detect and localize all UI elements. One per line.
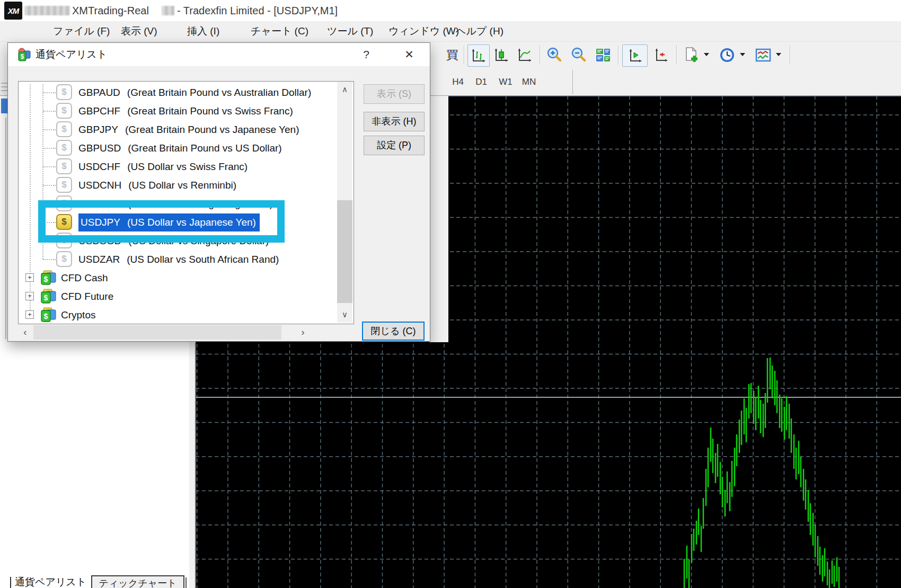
symbol-row-gbpaud[interactable]: $GBPAUD(Great Britain Pound vs Australia…	[19, 83, 352, 102]
templates-button[interactable]	[753, 44, 774, 66]
toolbar-separator	[676, 46, 677, 65]
bar-chart-icon	[471, 48, 487, 64]
periods-dropdown-arrow[interactable]	[740, 53, 745, 56]
menu-item-4[interactable]: チャート (C)	[251, 21, 308, 41]
bar-chart-button[interactable]	[467, 44, 490, 67]
menu-item-7[interactable]: ヘルプ (H)	[456, 21, 504, 41]
tree-expand-button[interactable]: +	[25, 292, 34, 300]
symbol-icon: $	[56, 140, 72, 156]
auto-scroll-button[interactable]	[622, 44, 648, 67]
menu-item-6[interactable]: ウィンドウ (W)	[388, 21, 459, 41]
tree-stub	[43, 166, 56, 167]
indicators-icon	[683, 47, 700, 64]
tree-stub	[43, 185, 56, 186]
panel-chart-divider-line	[195, 343, 196, 588]
symbol-label: GBPUSD(Great Britain Pound vs US Dollar)	[78, 139, 282, 157]
censored-account-suffix	[162, 6, 174, 15]
svg-text:$: $	[21, 53, 24, 60]
symbols-dialog: $ 通貨ペアリスト ? ✕ $GBPAUD(Great Britain Poun…	[7, 42, 430, 342]
menu-item-1[interactable]: ファイル (F)	[53, 21, 110, 41]
symbol-row-usdchf[interactable]: $USDCHF(US Dollar vs Swiss Franc)	[19, 157, 352, 176]
zoom-in-button[interactable]	[544, 44, 565, 66]
tile-windows-button[interactable]	[593, 44, 614, 66]
symbol-label: USDCHF(US Dollar vs Swiss Franc)	[78, 157, 248, 176]
timeframe-separator	[572, 70, 573, 94]
tree-stub	[43, 259, 56, 260]
symbol-row-usdzar[interactable]: $USDZAR(US Dollar vs South African Rand)	[19, 250, 352, 269]
templates-dropdown-arrow[interactable]	[776, 53, 781, 56]
timeframe-h4[interactable]: H4	[448, 72, 467, 92]
symbol-label: USDZAR(US Dollar vs South African Rand)	[78, 250, 279, 269]
market-watch-row-sliver	[1, 90, 7, 91]
new-order-button[interactable]: 買	[447, 44, 458, 66]
symbol-label: GBPCHF(Great Britain Pound vs Swiss Fran…	[78, 102, 293, 120]
tree-expand-button[interactable]: +	[25, 310, 34, 319]
periods-clock-icon	[719, 47, 736, 64]
symbol-row-usdcnh[interactable]: $USDCNH(US Dollar vs Renminbi)	[19, 176, 352, 194]
symbol-row-cryptos[interactable]: +$Cryptos	[19, 306, 352, 324]
market-watch-row-sliver	[1, 83, 7, 84]
auto-scroll-icon	[626, 47, 643, 64]
symbol-row-gbpchf[interactable]: $GBPCHF(Great Britain Pound vs Swiss Fra…	[19, 102, 352, 120]
svg-text:$: $	[44, 275, 48, 283]
symbols-dialog-icon: $	[17, 48, 32, 61]
scroll-down-arrow[interactable]: ∨	[337, 307, 352, 322]
scrollbar-thumb[interactable]	[33, 325, 281, 340]
censored-account-number	[24, 6, 70, 15]
hide-button[interactable]: 非表示 (H)	[364, 112, 425, 131]
close-button[interactable]: 閉じる (C)	[362, 322, 425, 341]
svg-text:$: $	[44, 312, 48, 320]
chart-shift-button[interactable]	[649, 44, 673, 66]
scroll-up-arrow[interactable]: ∧	[337, 82, 352, 97]
scroll-left-arrow[interactable]: ‹	[18, 325, 32, 340]
zoom-out-button[interactable]	[568, 44, 589, 66]
menu-item-2[interactable]: 表示 (V)	[121, 21, 157, 41]
list-vertical-scrollbar[interactable]: ∧ ∨	[337, 82, 352, 323]
chart-left-margin	[429, 96, 448, 342]
indicators-dropdown-arrow[interactable]	[704, 53, 709, 56]
symbol-icon: $	[56, 103, 72, 119]
symbol-icon: $	[56, 158, 72, 174]
tree-stub	[43, 92, 56, 93]
toolbar-separator	[464, 46, 465, 65]
symbol-label: USDCNH(US Dollar vs Renminbi)	[78, 176, 236, 194]
market-watch-selected-row-sliver	[1, 99, 7, 113]
symbol-row-gbpjpy[interactable]: $GBPJPY(Great Britain Pound vs Japanese …	[19, 120, 352, 139]
menu-item-5[interactable]: ツール (T)	[327, 21, 373, 41]
line-chart-icon	[517, 47, 533, 63]
zoom-in-icon	[546, 47, 563, 64]
scrollbar-thumb[interactable]	[337, 200, 352, 303]
dialog-close-icon[interactable]: ✕	[400, 43, 419, 66]
dialog-title: 通貨ペアリスト	[36, 43, 107, 66]
symbol-row-cfd-future[interactable]: +$CFD Future	[19, 287, 352, 306]
tree-stub	[43, 129, 56, 130]
active-tab-marker	[10, 577, 11, 588]
show-button: 表示 (S)	[364, 84, 425, 104]
menu-item-3[interactable]: 挿入 (I)	[187, 21, 219, 41]
indicators-button[interactable]	[681, 44, 702, 66]
timeframe-mn[interactable]: MN	[519, 72, 538, 92]
line-chart-button[interactable]	[514, 44, 535, 66]
group-label: Cryptos	[61, 306, 95, 324]
symbol-row-gbpusd[interactable]: $GBPUSD(Great Britain Pound vs US Dollar…	[19, 139, 352, 157]
symbol-label: GBPJPY(Great Britain Pound vs Japanese Y…	[78, 120, 299, 139]
timeframe-w1[interactable]: W1	[496, 72, 515, 92]
dialog-help-button[interactable]: ?	[357, 43, 376, 66]
symbol-label: GBPAUD(Great Britain Pound vs Australian…	[78, 83, 311, 102]
timeframe-d1[interactable]: D1	[472, 72, 491, 92]
dialog-titlebar[interactable]: $ 通貨ペアリスト ? ✕	[8, 43, 430, 66]
settings-button[interactable]: 設定 (P)	[364, 136, 425, 155]
candlestick-chart-button[interactable]	[491, 44, 512, 66]
symbol-icon: $	[56, 84, 72, 100]
periods-button[interactable]	[717, 44, 738, 66]
tree-expand-button[interactable]: +	[25, 273, 34, 282]
tab-currency-pair-list[interactable]: 通貨ペアリスト	[15, 575, 86, 588]
tree-stub	[43, 148, 56, 149]
tab-tick-chart[interactable]: ティックチャート	[91, 575, 184, 588]
window-title-rest: - Tradexfin Limited - [USDJPY,M1]	[177, 0, 338, 21]
list-horizontal-scrollbar[interactable]: ‹ ›	[18, 325, 310, 340]
tile-windows-icon	[595, 47, 611, 63]
scroll-right-arrow[interactable]: ›	[296, 325, 310, 340]
group-label: CFD Cash	[61, 269, 108, 287]
symbol-row-cfd-cash[interactable]: +$CFD Cash	[19, 269, 352, 287]
